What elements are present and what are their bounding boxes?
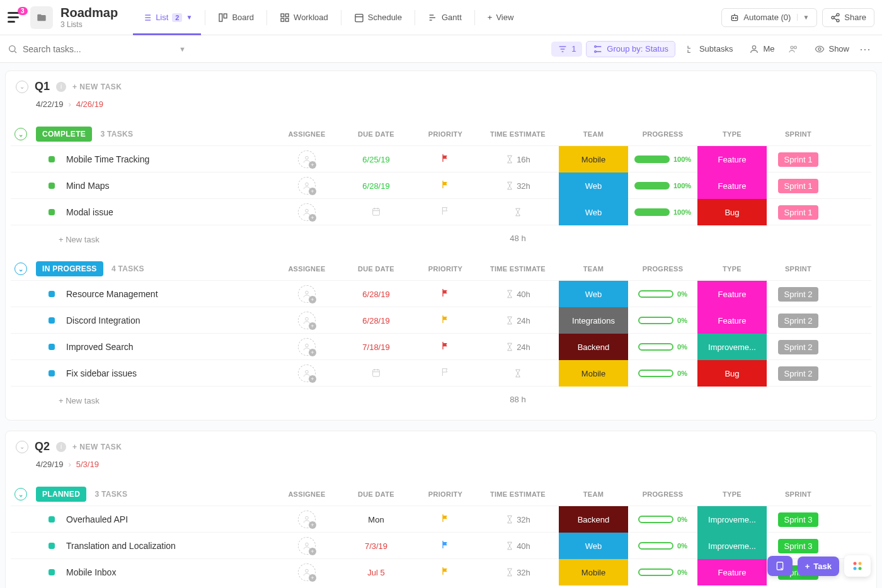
priority-flag[interactable] (414, 341, 477, 353)
status-pill[interactable]: IN PROGRESS (36, 261, 103, 276)
sprint-badge[interactable]: Sprint 1 (778, 205, 819, 220)
column-header[interactable]: ASSIGNEE (275, 265, 338, 273)
team-badge[interactable]: Web (559, 533, 628, 559)
groupby-button[interactable]: Group by: Status (586, 41, 675, 57)
time-estimate[interactable] (477, 369, 559, 378)
status-dot[interactable] (49, 543, 55, 549)
view-tab-list[interactable]: List 2 ▼ (133, 8, 201, 28)
due-date[interactable]: Jul 5 (338, 568, 414, 577)
type-badge[interactable]: Improveme... (697, 506, 767, 533)
team-badge[interactable]: Mobile (559, 360, 628, 387)
team-badge[interactable]: Web (559, 199, 628, 225)
task-name[interactable]: Discord Integration (61, 315, 140, 325)
priority-flag[interactable] (414, 206, 477, 218)
list-dates[interactable]: 4/29/19 › 5/3/19 (6, 456, 876, 477)
sprint-badge[interactable]: Sprint 2 (778, 314, 819, 328)
progress[interactable]: 0% (628, 290, 697, 298)
chevron-down-icon[interactable]: ▼ (797, 14, 809, 21)
due-date[interactable]: 6/28/19 (338, 290, 414, 299)
progress[interactable]: 100% (628, 208, 697, 216)
type-badge[interactable]: Bug (697, 199, 767, 225)
status-dot[interactable] (49, 183, 55, 189)
sprint-badge[interactable]: Sprint 2 (778, 340, 819, 354)
due-date[interactable] (338, 368, 414, 380)
sprint-badge[interactable]: Sprint 1 (778, 152, 819, 167)
collapse-list[interactable]: ⌄ (16, 81, 28, 93)
time-estimate[interactable]: 40h (477, 290, 559, 299)
view-tab-workload[interactable]: Workload (271, 8, 337, 28)
type-badge[interactable]: Improveme... (697, 334, 767, 360)
fab-note[interactable] (767, 556, 793, 576)
team-badge[interactable]: Mobile (559, 146, 628, 172)
sprint-badge[interactable]: Sprint 1 (778, 179, 819, 193)
time-estimate[interactable]: 16h (477, 155, 559, 164)
assignee-add[interactable]: + (298, 563, 316, 581)
priority-flag[interactable] (414, 179, 477, 192)
status-pill[interactable]: PLANNED (36, 487, 86, 502)
priority-flag[interactable] (414, 314, 477, 327)
time-estimate[interactable]: 24h (477, 342, 559, 352)
task-name[interactable]: Fix sidebar issues (61, 368, 137, 378)
task-row[interactable]: Fix sidebar issues + Mobile 0% Bug Sprin… (11, 359, 871, 386)
automate-button[interactable]: Automate (0) ▼ (721, 8, 817, 27)
column-header[interactable]: ASSIGNEE (275, 130, 338, 138)
type-badge[interactable]: Feature (697, 559, 767, 585)
due-date[interactable]: 7/3/19 (338, 541, 414, 551)
column-header[interactable]: PRIORITY (414, 130, 477, 138)
new-task-button[interactable]: + NEW TASK (72, 443, 122, 451)
column-header[interactable]: TEAM (559, 265, 628, 273)
assignee-add[interactable]: + (298, 338, 316, 356)
info-icon[interactable]: i (56, 82, 66, 92)
progress[interactable]: 100% (628, 155, 697, 163)
column-header[interactable]: PROGRESS (628, 490, 697, 498)
status-dot[interactable] (49, 317, 55, 324)
due-date[interactable]: 6/25/19 (338, 155, 414, 164)
new-task-button[interactable]: + NEW TASK (72, 82, 122, 91)
collapse-group[interactable]: ⌄ (14, 488, 27, 500)
new-task-inline[interactable]: + New task (36, 390, 275, 409)
task-row[interactable]: Modal issue + Web 100% Bug Sprint 1 (11, 198, 871, 225)
type-badge[interactable]: Feature (697, 281, 767, 307)
due-date[interactable]: Mon (338, 515, 414, 524)
task-row[interactable]: Mobile Time Tracking + 6/25/19 16h Mobil… (11, 145, 871, 172)
sprint-badge[interactable]: Sprint 2 (778, 287, 819, 302)
column-header[interactable]: DUE DATE (338, 130, 414, 138)
task-row[interactable]: Mobile Inbox + Jul 5 32h Mobile 0% Featu… (11, 558, 871, 585)
task-row[interactable]: Mind Maps + 6/28/19 32h Web 100% Feature… (11, 172, 871, 198)
type-badge[interactable]: Feature (697, 172, 767, 199)
column-header[interactable]: PROGRESS (628, 130, 697, 138)
collapse-group[interactable]: ⌄ (14, 263, 27, 275)
time-estimate[interactable] (477, 208, 559, 217)
team-badge[interactable]: Web (559, 281, 628, 307)
status-pill[interactable]: COMPLETE (36, 127, 92, 142)
list-dates[interactable]: 4/22/19 › 4/26/19 (6, 96, 876, 116)
new-task-inline[interactable]: + New task (36, 229, 275, 248)
list-title[interactable]: Q2 (35, 440, 50, 453)
column-header[interactable]: DUE DATE (338, 265, 414, 273)
column-header[interactable]: SPRINT (767, 130, 830, 138)
column-header[interactable]: PRIORITY (414, 490, 477, 498)
progress[interactable]: 100% (628, 182, 697, 189)
team-badge[interactable]: Backend (559, 506, 628, 533)
progress[interactable]: 0% (628, 343, 697, 351)
time-estimate[interactable]: 32h (477, 515, 559, 524)
time-estimate[interactable]: 40h (477, 541, 559, 551)
progress[interactable]: 0% (628, 370, 697, 377)
priority-flag[interactable] (414, 367, 477, 380)
task-name[interactable]: Mobile Inbox (61, 567, 116, 577)
column-header[interactable]: TIME ESTIMATE (477, 265, 559, 273)
priority-flag[interactable] (414, 153, 477, 166)
status-dot[interactable] (49, 516, 55, 523)
progress[interactable]: 0% (628, 516, 697, 523)
more-menu[interactable]: ⋯ (856, 42, 874, 56)
sprint-badge[interactable]: Sprint 3 (778, 539, 819, 553)
type-badge[interactable]: Feature (697, 146, 767, 172)
column-header[interactable]: ASSIGNEE (275, 490, 338, 498)
share-button[interactable]: Share (822, 8, 874, 27)
filter-button[interactable]: 1 (551, 42, 582, 57)
task-name[interactable]: Mobile Time Tracking (61, 154, 149, 164)
time-estimate[interactable]: 32h (477, 568, 559, 577)
type-badge[interactable]: Bug (697, 360, 767, 387)
status-dot[interactable] (49, 344, 55, 350)
task-name[interactable]: Overhauled API (61, 514, 128, 524)
